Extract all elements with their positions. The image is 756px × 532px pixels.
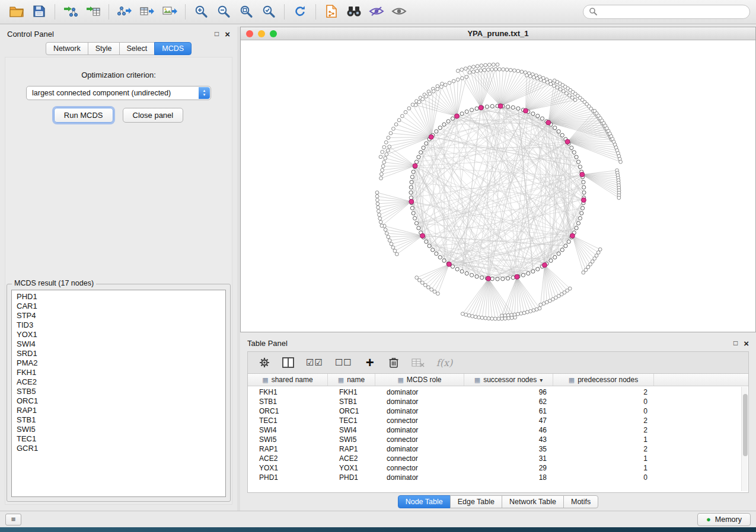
column-header-successor-nodes[interactable]: ▦successor nodes▾ [464,374,553,386]
desktop-wallpaper-strip [0,527,756,532]
close-table-panel-icon[interactable]: × [744,339,749,348]
table-row[interactable]: ACE2ACE2connector311 [248,454,748,463]
table-cell: 96 [464,388,553,396]
tab-network[interactable]: Network [46,42,88,55]
table-tab-motifs[interactable]: Motifs [563,495,598,508]
table-row[interactable]: STB1STB1dominator620 [248,397,748,406]
mcds-result-list[interactable]: PHD1CAR1STP4TID3YOX1SWI4SRD1PMA2FKH1ACE2… [11,290,226,497]
export-network-button[interactable] [114,2,135,21]
select-all-button[interactable]: ☑☑ [306,354,323,371]
open-session-button[interactable] [6,2,27,21]
global-search[interactable] [583,5,750,19]
sort-descending-icon[interactable]: ▾ [540,377,543,383]
export-network-icon [117,5,132,20]
toggle-graphics-details-button[interactable] [366,2,387,21]
result-item[interactable]: SRD1 [12,349,225,358]
table-body: FKH1FKH1dominator962STB1STB1dominator620… [248,386,748,492]
column-header-MCDS-role[interactable]: ▦MCDS role [375,374,464,386]
table-tab-node-table[interactable]: Node Table [398,495,451,508]
close-panel-button[interactable]: Close panel [123,108,184,123]
zoom-fit-button[interactable] [235,2,257,21]
table-row[interactable]: FKH1FKH1dominator962 [248,387,748,397]
show-columns-button[interactable] [282,354,294,371]
result-item[interactable]: TEC1 [12,434,225,444]
network-canvas[interactable] [241,40,755,332]
result-item[interactable]: SWI5 [12,425,225,434]
result-item[interactable]: SWI4 [12,339,225,349]
result-item[interactable]: CAR1 [12,302,225,311]
deselect-all-button[interactable]: ☐☐ [335,354,352,371]
import-table-button[interactable] [82,2,104,21]
column-header-name[interactable]: ▦name [328,374,375,386]
result-item[interactable]: PHD1 [12,292,225,302]
table-cell: YOX1 [328,464,375,472]
table-cell: 2 [553,426,654,434]
delete-column-button[interactable] [388,354,400,371]
minimize-window-icon[interactable] [258,30,265,37]
table-tab-edge-table[interactable]: Edge Table [450,495,502,508]
status-menu-button[interactable]: ≡ [5,514,21,525]
result-item[interactable]: GCR1 [12,444,225,453]
table-row[interactable]: YOX1YOX1connector291 [248,463,748,473]
result-item[interactable]: RAP1 [12,406,225,415]
search-input[interactable] [601,8,744,16]
control-panel-header: Control Panel □ × [0,27,237,41]
run-mcds-button[interactable]: Run MCDS [54,108,113,123]
column-header-predecessor-nodes[interactable]: ▦predecessor nodes [553,374,654,386]
criterion-dropdown[interactable]: largest connected component (undirected)… [26,86,211,100]
export-image-button[interactable] [159,2,180,21]
tab-select[interactable]: Select [119,42,155,55]
table-row[interactable]: ORC1ORC1dominator610 [248,406,748,416]
table-scrollbar[interactable] [741,387,748,491]
table-cell: SWI5 [248,435,328,444]
table-row[interactable]: SWI4SWI4dominator462 [248,425,748,435]
column-header-shared-name[interactable]: ▦shared name [248,374,328,386]
table-cell: ORC1 [248,407,328,415]
result-item[interactable]: FKH1 [12,368,225,377]
add-column-button[interactable]: + [364,354,376,371]
result-item[interactable]: STB5 [12,387,225,396]
result-item[interactable]: YOX1 [12,330,225,339]
tab-style[interactable]: Style [88,42,120,55]
zoom-out-button[interactable] [213,2,234,21]
save-session-button[interactable] [28,2,50,21]
zoom-in-button[interactable] [190,2,212,21]
network-window-titlebar[interactable]: YPA_prune.txt_1 [241,27,755,40]
memory-status-icon: ● [706,515,711,523]
tab-mcds[interactable]: MCDS [154,42,192,55]
float-panel-icon[interactable]: □ [215,30,219,37]
dropdown-stepper-icon[interactable]: ▲ ▼ [199,87,210,99]
result-item[interactable]: PMA2 [12,358,225,368]
table-cell: dominator [375,388,464,396]
table-row[interactable]: RAP1RAP1dominator352 [248,444,748,454]
import-network-button[interactable] [60,2,81,21]
result-item[interactable]: TID3 [12,321,225,330]
float-table-panel-icon[interactable]: □ [733,339,738,347]
scrollbar-thumb[interactable] [743,394,748,456]
table-row[interactable]: TEC1TEC1connector472 [248,416,748,425]
maximize-window-icon[interactable] [270,30,277,37]
export-table-button[interactable] [136,2,158,21]
result-item[interactable]: STB1 [12,415,225,425]
result-item[interactable]: STP4 [12,311,225,321]
table-tab-network-table[interactable]: Network Table [502,495,564,508]
export-web-page-button[interactable] [321,2,342,21]
zoom-selected-button[interactable] [258,2,279,21]
table-row[interactable]: SWI5SWI5connector431 [248,435,748,444]
memory-button[interactable]: ● Memory [697,513,751,526]
show-details-button[interactable] [388,2,410,21]
column-grid-icon: ▦ [397,376,403,384]
result-item[interactable]: ORC1 [12,396,225,406]
close-panel-icon[interactable]: × [225,30,230,39]
table-settings-button[interactable] [259,354,270,371]
table-cell: connector [375,435,464,444]
close-window-icon[interactable] [246,30,253,37]
control-panel-title: Control Panel [7,30,54,39]
find-button[interactable] [343,2,365,21]
table-row[interactable]: PHD1PHD1dominator180 [248,473,748,482]
main-area: Control Panel □ × NetworkStyleSelectMCDS… [0,24,756,511]
table-cell: FKH1 [328,388,375,396]
result-item[interactable]: ACE2 [12,377,225,387]
apply-layout-button[interactable] [289,2,311,21]
table-cell: dominator [375,473,464,482]
